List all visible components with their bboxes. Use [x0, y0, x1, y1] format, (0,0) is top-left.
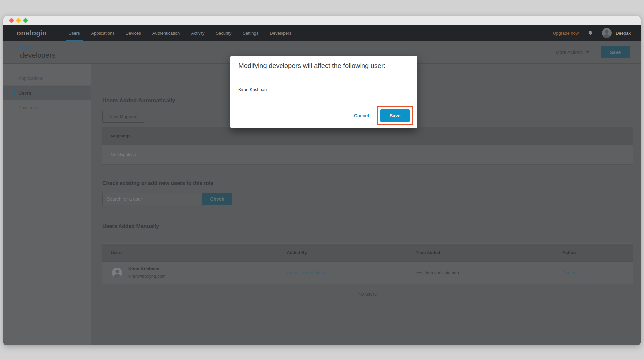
- added-by-cell: Deepak Prabhakara: [287, 262, 416, 284]
- modal-save-button[interactable]: Save: [380, 109, 410, 122]
- manual-users-table-header: Users Added By Time Added Action: [102, 243, 633, 262]
- nav-item-settings[interactable]: Settings: [237, 25, 264, 41]
- column-header-users: Users: [102, 250, 287, 255]
- action-cell: Remove: [562, 262, 633, 284]
- nav-item-activity[interactable]: Activity: [185, 25, 210, 41]
- mappings-table-header: Mappings: [102, 127, 633, 145]
- nav-item-devices[interactable]: Devices: [120, 25, 147, 41]
- mappings-column-header: Mappings: [102, 134, 131, 138]
- user-avatar: [602, 28, 612, 38]
- more-actions-label: More Actions: [556, 50, 583, 55]
- sidebar-item-applications[interactable]: Applications: [3, 71, 91, 86]
- nav-item-users[interactable]: Users: [63, 25, 86, 41]
- user-full-name: Kiran Krishnan: [128, 266, 165, 272]
- user-identity: Kiran Krishnan kiran@boxyhq.com: [128, 266, 165, 279]
- maximize-window-button[interactable]: [23, 18, 28, 23]
- user-name: Deepak: [616, 31, 631, 36]
- new-mapping-button[interactable]: New Mapping: [102, 111, 144, 123]
- check-user-button[interactable]: Check: [202, 193, 232, 205]
- window-titlebar: [3, 16, 641, 25]
- table-row: Kiran Krishnan kiran@boxyhq.com Deepak P…: [102, 262, 633, 284]
- search-user-input[interactable]: [102, 193, 201, 205]
- navbar-right: Upgrade now Deepak: [553, 25, 631, 41]
- column-header-added-by: Added By: [287, 250, 416, 255]
- modal-footer: Cancel Save: [230, 103, 417, 128]
- user-cell: Kiran Krishnan kiran@boxyhq.com: [102, 262, 287, 284]
- no-users-text: No users: [102, 291, 633, 297]
- column-header-time-added: Time Added: [416, 250, 562, 255]
- time-added-cell: less than a minute ago: [416, 262, 562, 284]
- user-search-row: Check: [102, 193, 633, 205]
- onelogin-logo: onelogin: [17, 29, 47, 37]
- nav-item-authentication[interactable]: Authentication: [147, 25, 185, 41]
- notification-bell-icon[interactable]: [587, 30, 593, 36]
- sidebar-item-privileges[interactable]: Privileges: [3, 100, 91, 115]
- chevron-down-icon: [586, 51, 589, 53]
- close-window-button[interactable]: [9, 18, 14, 23]
- role-save-button[interactable]: Save: [601, 46, 630, 58]
- minimize-window-button[interactable]: [16, 18, 21, 23]
- account-menu[interactable]: Deepak: [602, 28, 631, 38]
- modal-title: Modifying developers will affect the fol…: [230, 56, 417, 76]
- mappings-table: Mappings No Mappings.: [102, 127, 633, 165]
- page-title: developers: [20, 51, 56, 60]
- modal-cancel-button[interactable]: Cancel: [354, 113, 369, 118]
- screen: onelogin Users Applications Devices Auth…: [0, 0, 644, 359]
- more-actions-button[interactable]: More Actions: [549, 46, 596, 58]
- modal-affected-user: Kiran Krishnan: [230, 76, 417, 103]
- mappings-empty-row: No Mappings.: [102, 145, 633, 165]
- added-by-link[interactable]: Deepak Prabhakara: [287, 270, 325, 275]
- confirm-modal: Modifying developers will affect the fol…: [230, 56, 417, 128]
- nav-item-developers[interactable]: Developers: [264, 25, 297, 41]
- breadcrumb-roles-link[interactable]: Roles /: [20, 45, 33, 50]
- upgrade-now-link[interactable]: Upgrade now: [553, 31, 579, 36]
- manual-section-heading: Users Added Manually: [102, 224, 633, 229]
- sidebar-item-users[interactable]: Users: [3, 86, 91, 100]
- check-section-heading: Check existing or add new users to this …: [102, 180, 633, 186]
- nav-menu: Users Applications Devices Authenticatio…: [63, 25, 297, 41]
- role-sidebar: Applications Users Privileges: [3, 64, 91, 345]
- remove-user-link[interactable]: Remove: [562, 270, 578, 275]
- nav-item-security[interactable]: Security: [210, 25, 237, 41]
- save-highlight-annotation: Save: [377, 106, 413, 125]
- user-email: kiran@boxyhq.com: [128, 273, 165, 279]
- manual-users-table: Users Added By Time Added Action Kiran K…: [102, 243, 633, 284]
- traffic-lights: [9, 18, 28, 23]
- top-navbar: onelogin Users Applications Devices Auth…: [3, 25, 641, 41]
- nav-item-applications[interactable]: Applications: [85, 25, 120, 41]
- header-actions: More Actions Save: [549, 46, 630, 58]
- column-header-action: Action: [562, 250, 633, 255]
- row-user-avatar: [112, 268, 122, 278]
